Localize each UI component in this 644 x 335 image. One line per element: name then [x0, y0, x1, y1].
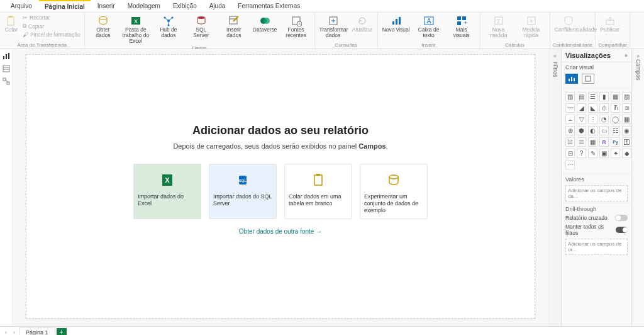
build-visual-mode[interactable] — [565, 74, 578, 84]
enter-data-button[interactable]: Inserir dados — [218, 14, 250, 40]
keep-filters-toggle[interactable] — [616, 227, 628, 233]
viz-kpi[interactable]: ◉ — [622, 126, 631, 135]
viz-treemap[interactable]: ▦ — [622, 115, 631, 124]
card-import-excel[interactable]: X Importar dados do Excel — [133, 164, 201, 219]
publish-icon — [604, 15, 616, 26]
viz-line-clustered[interactable]: ⫚ — [611, 103, 620, 113]
viz-arcgis[interactable]: ✦ — [611, 149, 620, 158]
tab-external[interactable]: Ferramentas Externas — [232, 1, 306, 11]
card-sample-dataset[interactable]: Experimentar um conjunto de dados de exe… — [360, 164, 428, 219]
page-prev-button[interactable]: ‹ — [3, 329, 9, 336]
expand-icon: « — [553, 53, 557, 59]
viz-stacked-column[interactable]: ▤ — [577, 92, 586, 101]
viz-line[interactable]: 〰 — [565, 103, 575, 113]
recent-sources-button[interactable]: Fontes recentes — [280, 14, 312, 40]
report-view-button[interactable] — [2, 52, 11, 60]
new-visual-button[interactable]: Novo visual — [380, 14, 412, 34]
viz-pane-header: Visualizações » — [562, 49, 631, 62]
svg-text:X: X — [165, 176, 170, 184]
viz-multi-card[interactable]: ☷ — [611, 126, 620, 135]
copy-icon: ⧉ — [23, 23, 26, 30]
svg-rect-13 — [230, 16, 237, 24]
svg-rect-23 — [399, 17, 401, 25]
viz-funnel[interactable]: ▽ — [577, 115, 586, 124]
svg-point-2 — [99, 17, 107, 20]
add-page-button[interactable]: + — [57, 328, 67, 336]
report-page[interactable]: Adicionar dados ao seu relatório Depois … — [26, 54, 535, 319]
viz-powerapps[interactable]: ◆ — [622, 149, 631, 158]
viz-matrix[interactable]: ▦ — [588, 137, 597, 147]
more-visuals-icon: + — [456, 15, 467, 26]
viz-decomposition[interactable]: ⊟ — [565, 149, 575, 158]
viz-100-bar[interactable]: ▦ — [611, 92, 620, 101]
format-visual-mode[interactable] — [582, 74, 594, 84]
viz-stacked-area[interactable]: ◣ — [588, 103, 597, 113]
model-view-button[interactable] — [2, 77, 11, 86]
cross-report-toggle[interactable] — [615, 215, 628, 221]
viz-python[interactable]: Py — [611, 137, 620, 147]
viz-clustered-bar[interactable]: ☰ — [588, 92, 597, 101]
viz-filled-map[interactable]: ⬢ — [577, 126, 586, 135]
sample-data-icon — [387, 173, 401, 187]
text-box-icon: A — [423, 15, 435, 26]
other-source-link[interactable]: Obter dados de outra fonte → — [239, 228, 322, 235]
viz-area[interactable]: ◢ — [577, 103, 586, 113]
cross-report-label: Relatório cruzado — [565, 215, 608, 221]
card-sql-label: Importar dados do SQL Server — [213, 193, 272, 207]
sql-server-button[interactable]: SQL Server — [186, 14, 217, 40]
viz-more[interactable]: ⋯ — [565, 160, 575, 169]
viz-title: Visualizações — [565, 52, 611, 59]
fields-pane-collapsed[interactable]: » Campos — [631, 49, 644, 326]
viz-waterfall[interactable]: ⫠ — [565, 115, 575, 124]
filters-pane-collapsed[interactable]: « Filtros — [548, 49, 561, 326]
viz-ribbon[interactable]: ≋ — [622, 103, 631, 113]
excel-icon: X — [130, 15, 142, 26]
viz-qa[interactable]: ? — [577, 149, 586, 158]
viz-smart-narrative[interactable]: ✎ — [588, 149, 597, 158]
card-import-sql[interactable]: SQL Importar dados do SQL Server — [209, 164, 277, 219]
excel-workbook-button[interactable]: XPasta de trabalho do Excel — [120, 14, 152, 45]
viz-table[interactable]: ☰ — [577, 137, 586, 147]
viz-donut[interactable]: ◯ — [611, 115, 620, 124]
viz-r-script[interactable]: R — [599, 137, 609, 147]
viz-paginated[interactable]: ▣ — [599, 149, 609, 158]
page-tab-1[interactable]: Página 1 — [19, 327, 55, 335]
tab-modeling[interactable]: Modelagem — [122, 1, 166, 11]
tab-file[interactable]: Arquivo — [5, 1, 38, 11]
viz-gauge[interactable]: ◐ — [588, 126, 597, 135]
viz-card[interactable]: ▭ — [599, 126, 609, 135]
cross-report-row: Relatório cruzado — [562, 213, 631, 222]
svg-rect-21 — [392, 21, 394, 25]
page-next-button[interactable]: › — [11, 329, 18, 336]
transform-data-button[interactable]: Transformar dados — [318, 14, 349, 40]
viz-scatter[interactable]: ⋮ — [588, 115, 597, 124]
tab-help[interactable]: Ajuda — [204, 1, 231, 11]
viz-line-column[interactable]: ⫛ — [599, 103, 609, 113]
tab-view[interactable]: Exibição — [167, 1, 203, 11]
card-paste-table[interactable]: Colar dados em uma tabela em branco — [284, 164, 352, 219]
data-view-button[interactable] — [2, 64, 11, 73]
viz-pie[interactable]: ◔ — [599, 115, 609, 124]
ribbon-group-clipboard: Colar ✂Recortar ⧉Copiar 🖌Pincel de forma… — [0, 13, 85, 48]
more-visuals-button[interactable]: +Mais visuais — [446, 14, 477, 40]
values-field-well[interactable]: Adicionar os campos de da... — [565, 185, 628, 202]
get-data-button[interactable]: Obter dados — [87, 14, 119, 40]
text-box-button[interactable]: ACaixa de texto — [413, 14, 445, 40]
recent-icon — [291, 15, 302, 26]
dataverse-button[interactable]: Dataverse — [251, 14, 279, 34]
viz-map[interactable]: ⊕ — [565, 126, 575, 135]
drill-field-well[interactable]: Adicionar os campos de dr... — [565, 239, 628, 255]
sql-label: SQL Server — [187, 27, 215, 38]
chevron-right-icon[interactable]: » — [625, 52, 628, 59]
tab-home[interactable]: Página Inicial — [39, 0, 91, 12]
viz-clustered-column[interactable]: ▮ — [599, 92, 609, 101]
viz-stacked-bar[interactable]: ▥ — [565, 92, 575, 101]
visualizations-pane: Visualizações » Criar visual ▥ ▤ ☰ ▮ ▦ ▧… — [561, 49, 631, 326]
data-hub-button[interactable]: Hub de dados — [153, 14, 184, 40]
ribbon: Colar ✂Recortar ⧉Copiar 🖌Pincel de forma… — [0, 13, 644, 49]
viz-key-influencers[interactable]: ⚿ — [622, 137, 631, 147]
viz-slicer[interactable]: ☱ — [565, 137, 575, 147]
tab-insert[interactable]: Inserir — [92, 1, 121, 11]
viz-100-column[interactable]: ▧ — [622, 92, 631, 101]
cut-label: Recortar — [30, 14, 50, 21]
